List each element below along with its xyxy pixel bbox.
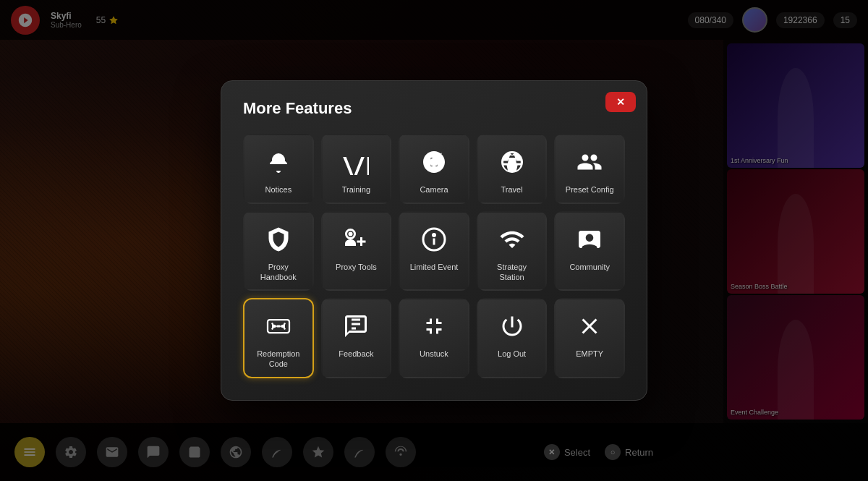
- notices-icon: [262, 145, 295, 179]
- modal-title: More Features: [243, 99, 625, 118]
- strategy-station-icon: [495, 223, 529, 256]
- notices-label: Notices: [265, 184, 292, 195]
- redemption-code-label: Redemption Code: [250, 349, 307, 370]
- feature-empty[interactable]: EMPTY: [554, 298, 625, 378]
- features-grid: Notices VR Training Camera: [243, 134, 625, 378]
- feature-feedback[interactable]: Feedback: [321, 298, 392, 378]
- feature-redemption-code[interactable]: Redemption Code: [243, 298, 314, 378]
- feature-log-out[interactable]: Log Out: [477, 298, 548, 378]
- proxy-tools-label: Proxy Tools: [336, 262, 377, 272]
- modal-overlay: More Features ✕ Notices VR Training: [0, 0, 868, 481]
- feature-notices[interactable]: Notices: [243, 134, 314, 203]
- feedback-label: Feedback: [339, 349, 373, 359]
- camera-label: Camera: [420, 184, 448, 195]
- svg-point-7: [281, 325, 285, 328]
- more-features-modal: More Features ✕ Notices VR Training: [221, 80, 647, 400]
- preset-config-icon: [573, 145, 606, 179]
- log-out-icon: [495, 310, 529, 343]
- redemption-code-icon: [262, 310, 295, 343]
- unstuck-icon: [417, 310, 451, 343]
- feature-travel[interactable]: Travel: [477, 134, 548, 203]
- feature-proxy-tools[interactable]: Proxy Tools: [321, 211, 392, 291]
- feature-proxy-handbook[interactable]: Proxy Handbook: [243, 211, 314, 291]
- strategy-station-label: Strategy Station: [484, 262, 540, 283]
- travel-icon: [495, 145, 529, 179]
- svg-text:VR: VR: [343, 150, 369, 175]
- feedback-icon: [339, 310, 373, 343]
- feature-strategy-station[interactable]: Strategy Station: [477, 211, 548, 291]
- close-button[interactable]: ✕: [605, 92, 636, 112]
- feature-preset-config[interactable]: Preset Config: [554, 134, 625, 203]
- proxy-tools-icon: [339, 223, 373, 256]
- proxy-handbook-icon: [262, 223, 295, 256]
- proxy-handbook-label: Proxy Handbook: [250, 262, 307, 283]
- log-out-label: Log Out: [498, 349, 526, 359]
- svg-point-6: [273, 325, 276, 328]
- community-label: Community: [569, 262, 610, 272]
- empty-label: EMPTY: [576, 349, 603, 359]
- feature-community[interactable]: Community: [554, 211, 625, 291]
- training-label: Training: [342, 184, 370, 195]
- unstuck-label: Unstuck: [420, 349, 448, 359]
- feature-limited-event[interactable]: Limited Event: [399, 211, 469, 291]
- training-icon: VR: [339, 145, 373, 179]
- feature-unstuck[interactable]: Unstuck: [399, 298, 469, 378]
- limited-event-icon: [417, 223, 451, 256]
- preset-config-label: Preset Config: [566, 184, 614, 195]
- camera-icon: [417, 145, 451, 179]
- svg-point-3: [432, 233, 436, 237]
- travel-label: Travel: [501, 184, 523, 195]
- empty-icon: [573, 310, 606, 343]
- community-icon: [573, 223, 606, 256]
- feature-training[interactable]: VR Training: [321, 134, 392, 203]
- feature-camera[interactable]: Camera: [399, 134, 469, 203]
- limited-event-label: Limited Event: [410, 262, 459, 272]
